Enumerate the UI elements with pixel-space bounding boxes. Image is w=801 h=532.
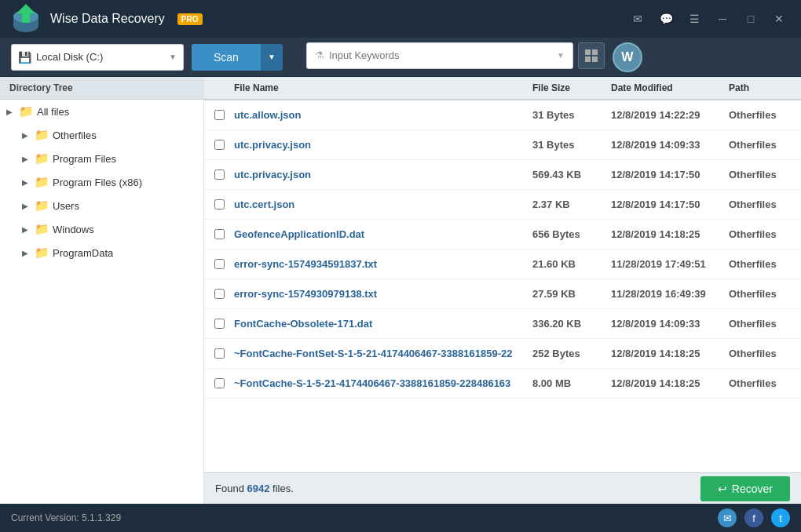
sidebar-item-program-files-x86[interactable]: ▶ 📁 Program Files (x86) [0, 170, 203, 194]
file-list-header: File Name File Size Date Modified Path [204, 77, 801, 100]
file-checkbox-0[interactable] [204, 110, 228, 120]
file-date-5: 11/28/2019 17:49:51 [605, 258, 722, 270]
checkbox-input-8[interactable] [214, 348, 225, 359]
recover-button[interactable]: ↩ Recover [700, 476, 790, 501]
file-checkbox-2[interactable] [204, 169, 228, 180]
file-row-2: utc.privacy.json 569.43 KB 12/8/2019 14:… [204, 160, 801, 190]
recover-icon: ↩ [718, 483, 727, 495]
checkbox-input-7[interactable] [214, 319, 225, 329]
file-checkbox-4[interactable] [204, 229, 228, 239]
folder-icon-otherfiles: 📁 [35, 128, 49, 142]
scan-button[interactable]: Scan [192, 44, 261, 71]
file-size-0: 31 Bytes [526, 109, 605, 121]
file-name-5: error-sync-1574934591837.txt [228, 258, 526, 270]
file-size-8: 252 Bytes [526, 348, 605, 359]
checkbox-input-4[interactable] [214, 229, 225, 239]
file-date-7: 12/8/2019 14:09:33 [605, 318, 722, 330]
found-count: 6942 [247, 483, 269, 494]
file-path-9: Otherfiles [722, 377, 801, 389]
file-size-4: 656 Bytes [526, 228, 605, 240]
drive-label: Local Disk (C:) [36, 51, 164, 63]
sidebar-item-program-files[interactable]: ▶ 📁 Program Files [0, 147, 203, 170]
file-checkbox-3[interactable] [204, 199, 228, 210]
checkbox-input-0[interactable] [214, 110, 225, 120]
path-col-header: Path [722, 82, 801, 93]
scan-dropdown-button[interactable]: ▼ [261, 44, 283, 71]
file-path-1: Otherfiles [722, 139, 801, 151]
recover-label: Recover [732, 483, 773, 495]
maximize-button[interactable]: □ [738, 8, 763, 30]
tree-arrow-users: ▶ [22, 202, 31, 210]
social-icons: ✉ f t [718, 508, 790, 527]
file-name-6: error-sync-1574930979138.txt [228, 288, 526, 300]
file-date-3: 12/8/2019 14:17:50 [605, 199, 722, 210]
file-checkbox-5[interactable] [204, 259, 228, 269]
file-checkbox-6[interactable] [204, 289, 228, 299]
main-content: Directory Tree ▶ 📁 All files ▶ 📁 Otherfi… [0, 77, 801, 504]
email-title-icon[interactable]: ✉ [625, 8, 650, 30]
bottom-bar: Current Version: 5.1.1.329 ✉ f t [0, 504, 801, 532]
file-row-4: GeofenceApplicationID.dat 656 Bytes 12/8… [204, 220, 801, 250]
sidebar: Directory Tree ▶ 📁 All files ▶ 📁 Otherfi… [0, 77, 204, 504]
file-path-3: Otherfiles [722, 199, 801, 210]
directory-tree-header: Directory Tree [0, 77, 203, 100]
tree-arrow-program-files: ▶ [22, 155, 31, 163]
checkbox-input-9[interactable] [214, 378, 225, 388]
file-path-2: Otherfiles [722, 169, 801, 180]
minimize-button[interactable]: ─ [710, 8, 735, 30]
title-controls: ✉ 💬 ☰ ─ □ ✕ [625, 8, 792, 30]
drive-icon: 💾 [18, 51, 31, 64]
search-input[interactable] [329, 49, 552, 61]
checkbox-input-1[interactable] [214, 140, 225, 150]
folder-icon-programdata: 📁 [35, 246, 49, 260]
folder-icon-program-files: 📁 [35, 151, 49, 166]
checkbox-input-2[interactable] [214, 169, 225, 180]
twitter-icon[interactable]: t [771, 508, 790, 527]
app-name: Wise Data Recovery [50, 12, 165, 26]
sidebar-item-windows[interactable]: ▶ 📁 Windows [0, 217, 203, 241]
chat-title-icon[interactable]: 💬 [653, 8, 678, 30]
pro-badge: PRO [177, 13, 203, 25]
svg-rect-6 [592, 49, 598, 55]
view-toggle-button[interactable] [578, 42, 605, 69]
checkbox-input-3[interactable] [214, 199, 225, 210]
settings-title-icon[interactable]: ☰ [682, 8, 707, 30]
directory-tree: ▶ 📁 All files ▶ 📁 Otherfiles ▶ 📁 Program… [0, 100, 203, 264]
file-date-1: 12/8/2019 14:09:33 [605, 139, 722, 151]
filter-icon: ⚗ [315, 49, 324, 61]
file-date-4: 12/8/2019 14:18:25 [605, 228, 722, 240]
checkbox-input-5[interactable] [214, 259, 225, 269]
tree-label-windows: Windows [53, 224, 94, 235]
folder-icon-users: 📁 [35, 199, 49, 213]
file-size-9: 8.00 MB [526, 377, 605, 389]
search-input-wrapper: ⚗ ▼ [306, 42, 573, 69]
file-path-4: Otherfiles [722, 228, 801, 240]
file-path-6: Otherfiles [722, 288, 801, 300]
file-checkbox-8[interactable] [204, 348, 228, 359]
folder-icon-program-files-x86: 📁 [35, 175, 49, 189]
file-size-3: 2.37 KB [526, 199, 605, 210]
search-area: ⚗ ▼ W [306, 42, 790, 72]
file-checkbox-1[interactable] [204, 140, 228, 150]
search-chevron-icon[interactable]: ▼ [557, 51, 565, 60]
sidebar-item-programdata[interactable]: ▶ 📁 ProgramData [0, 241, 203, 264]
file-checkbox-9[interactable] [204, 378, 228, 388]
file-size-2: 569.43 KB [526, 169, 605, 180]
sidebar-item-otherfiles[interactable]: ▶ 📁 Otherfiles [0, 123, 203, 147]
tree-arrow-programdata: ▶ [22, 249, 31, 257]
svg-rect-7 [585, 56, 591, 62]
tree-arrow-otherfiles: ▶ [22, 131, 31, 140]
file-date-9: 12/8/2019 14:18:25 [605, 377, 722, 389]
checkbox-input-6[interactable] [214, 289, 225, 299]
email-icon[interactable]: ✉ [718, 508, 737, 527]
drive-select[interactable]: 💾 Local Disk (C:) ▼ [11, 44, 184, 71]
close-button[interactable]: ✕ [766, 8, 792, 30]
user-avatar[interactable]: W [613, 42, 642, 72]
facebook-icon[interactable]: f [744, 508, 763, 527]
tree-label-users: Users [53, 200, 79, 212]
file-path-0: Otherfiles [722, 109, 801, 121]
file-path-8: Otherfiles [722, 348, 801, 359]
file-checkbox-7[interactable] [204, 319, 228, 329]
sidebar-item-all-files[interactable]: ▶ 📁 All files [0, 100, 203, 123]
sidebar-item-users[interactable]: ▶ 📁 Users [0, 194, 203, 217]
